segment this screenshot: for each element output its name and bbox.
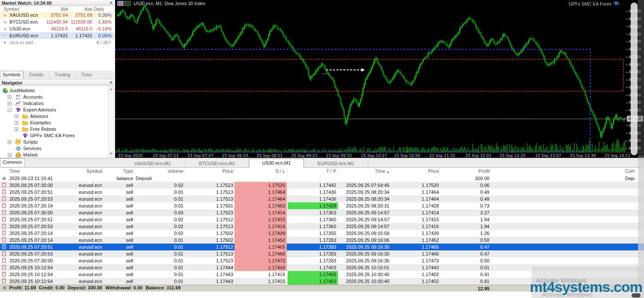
- column-divider[interactable]: [234, 168, 234, 175]
- sidebar-item-indicators[interactable]: +Indicators: [0, 100, 107, 107]
- scroll-up-icon[interactable]: ▲: [109, 87, 114, 92]
- sidebar-item-advisors[interactable]: +Advisors: [0, 113, 107, 120]
- tab-common[interactable]: Common: [0, 158, 25, 166]
- table-row[interactable]: 2025.09.25 07:20:51eurusd.ecnsell0.011.1…: [0, 189, 644, 196]
- column-divider[interactable]: [184, 168, 184, 175]
- column-divider[interactable]: [490, 168, 490, 175]
- folder-icon: [22, 114, 28, 119]
- column-divider[interactable]: [287, 168, 287, 175]
- column-header-comment[interactable]: Comment: [625, 169, 635, 174]
- column-header-t-p[interactable]: T / P: [289, 169, 336, 174]
- table-row[interactable]: 2025.09.25 07:30:00eurusd.ecnsell0.021.1…: [0, 182, 644, 189]
- deal-profit: 1.94: [447, 217, 489, 222]
- deal-symbol: eurusd.ecn: [52, 251, 102, 256]
- sidebar-item-accounts[interactable]: +Accounts: [0, 94, 107, 100]
- column-header-s-l[interactable]: S / L: [236, 169, 285, 174]
- close-icon[interactable]: ×: [110, 80, 112, 85]
- column-header-price[interactable]: Price: [189, 169, 233, 174]
- sidebar-item-expert-advisors[interactable]: -Expert Advisors: [0, 107, 107, 113]
- sidebar-item-justmarkets[interactable]: JustMarkets: [0, 87, 107, 94]
- total-profit: 12.95: [447, 286, 489, 291]
- bid-value: 46119.0: [37, 26, 68, 31]
- table-row[interactable]: 2025.09.25 07:20:53eurusd.ecnsell0.011.1…: [0, 250, 644, 257]
- column-ask[interactable]: Ask: [69, 6, 92, 12]
- sidebar-item-market[interactable]: +Market: [0, 152, 107, 158]
- table-row[interactable]: 2025.09.25 07:20:51eurusd.ecnsell0.021.1…: [0, 216, 644, 223]
- expert-icon: [15, 107, 21, 112]
- expand-icon[interactable]: +: [15, 121, 18, 125]
- table-row[interactable]: 2025.09.25 07:20:14eurusd.ecnsell0.011.1…: [0, 237, 644, 244]
- price-chart[interactable]: [115, 0, 644, 158]
- chart-tab-btcusd-ecn-m1[interactable]: BTCUSD.ecn,M1: [185, 160, 249, 168]
- table-row[interactable]: 2025.09.25 07:20:14eurusd.ecnsell0.021.1…: [0, 230, 644, 237]
- expand-icon[interactable]: +: [15, 114, 18, 118]
- chart-tab-bar: XAUUSD.ecn,M1BTCUSD.ecn,M1US30.ecn,M1EUR…: [115, 158, 644, 168]
- close-time: 2025.09.25 09:16:06: [331, 238, 389, 243]
- market-watch-row[interactable]: ↘BTCUSD.ecn111490.94111505.06-1.83%: [0, 18, 114, 25]
- chart-tab-xauusd-ecn-m1[interactable]: XAUUSD.ecn,M1: [120, 160, 185, 168]
- deal-volume: 0.01: [142, 203, 183, 208]
- add-symbol-label: click to add...: [9, 40, 37, 45]
- tab-details[interactable]: Details: [23, 71, 49, 78]
- chart-tab-us30-ecn-m1[interactable]: US30.ecn,M1: [249, 159, 304, 168]
- close-icon[interactable]: ×: [110, 0, 112, 5]
- chart-tab-eurusd-ecn-m1[interactable]: EURUSD.ecn,M1: [304, 160, 368, 168]
- column-divider[interactable]: [338, 168, 339, 175]
- trend-arrow-icon: ↘: [3, 19, 6, 24]
- scroll-down-icon[interactable]: ▼: [109, 152, 114, 157]
- column-divider[interactable]: [103, 168, 103, 175]
- table-row[interactable]: 2025.09.25 07:20:53eurusd.ecnsell0.021.1…: [0, 223, 644, 230]
- deal-volume: 0.02: [142, 231, 183, 236]
- column-header-symbol[interactable]: Symbol: [52, 169, 102, 174]
- stop-loss: 1.17414: [236, 210, 285, 215]
- market-watch-row[interactable]: ↘US30.ecn46119.046119.0-0.19%: [0, 25, 114, 32]
- deal-symbol: eurusd.ecn: [52, 265, 102, 270]
- expand-icon[interactable]: +: [15, 127, 18, 131]
- sidebar-item-services[interactable]: Services: [0, 145, 107, 152]
- tab-trading[interactable]: Trading: [49, 71, 76, 78]
- deal-profit: 0.73: [447, 203, 489, 208]
- column-divider[interactable]: [134, 168, 134, 175]
- column-header-volume[interactable]: Volume: [142, 169, 183, 174]
- market-watch-row[interactable]: •EURUSD.ecn1.174311.174310.05%: [0, 32, 114, 39]
- sidebar-item-examples[interactable]: +Examples: [0, 120, 107, 126]
- navigator-scrollbar[interactable]: ▲ ▼: [108, 87, 114, 157]
- expand-icon[interactable]: +: [8, 102, 12, 105]
- column-divider[interactable]: [390, 168, 390, 175]
- video-scrollbar-thumb[interactable]: [631, 3, 638, 155]
- sidebar-item-gpfx-smc-ea-forex[interactable]: GPFx SMC EA Forex: [0, 132, 107, 139]
- table-row[interactable]: 2025.09.25 07:20:53eurusd.ecnsell0.011.1…: [0, 196, 644, 202]
- expand-icon[interactable]: +: [8, 153, 12, 157]
- deal-icon: [2, 258, 6, 263]
- deal-volume: 0.01: [142, 244, 183, 250]
- plus-icon: +: [3, 40, 6, 45]
- deal-type: sell: [103, 183, 133, 188]
- market-watch-row[interactable]: ↘XAUUSD.ecn3751.643751.680.39%: [0, 12, 114, 18]
- column-header-price[interactable]: Price: [395, 169, 439, 174]
- column-header-type[interactable]: Type: [103, 169, 133, 174]
- column-divider[interactable]: [439, 168, 440, 175]
- sidebar-item-scripts[interactable]: +Scripts: [0, 139, 107, 145]
- expand-icon[interactable]: +: [8, 140, 12, 144]
- deal-profit: 1.26: [447, 231, 489, 236]
- ask-value: 3751.68: [69, 12, 92, 18]
- column-header-time-[interactable]: Time ▲: [331, 169, 389, 174]
- collapse-icon[interactable]: -: [8, 108, 12, 112]
- column-header-profit[interactable]: Profit: [447, 169, 489, 174]
- column-symbol[interactable]: Symbol: [3, 6, 19, 12]
- table-row[interactable]: 2025.09.25 07:30:00eurusd.ecnsell0.011.1…: [0, 257, 644, 264]
- table-row[interactable]: 2025.09.25 07:20:14eurusd.ecnsell0.011.1…: [0, 202, 644, 209]
- window-scrollbar-track[interactable]: [638, 0, 644, 298]
- expand-icon[interactable]: +: [8, 95, 12, 99]
- deal-icon: [2, 210, 6, 215]
- table-row[interactable]: 2025.09.25 07:30:00eurusd.ecnsell0.031.1…: [0, 209, 644, 216]
- tab-ticks[interactable]: Ticks: [76, 71, 97, 78]
- deal-icon: [2, 203, 6, 208]
- open-price: 1.17512: [189, 244, 233, 250]
- table-row[interactable]: 2025.09.25 07:20:51eurusd.ecnsell0.011.1…: [0, 244, 644, 250]
- tab-symbols[interactable]: Symbols: [0, 71, 23, 79]
- balance-row[interactable]: ⊕2025.09.23 21:15:41balanceDeposit300.00…: [0, 175, 644, 182]
- column-bid[interactable]: Bid: [37, 6, 68, 12]
- sidebar-item-free-robots[interactable]: +Free Robots: [0, 126, 107, 132]
- market-watch-add-row[interactable]: + click to add... 4 / 267: [0, 39, 114, 46]
